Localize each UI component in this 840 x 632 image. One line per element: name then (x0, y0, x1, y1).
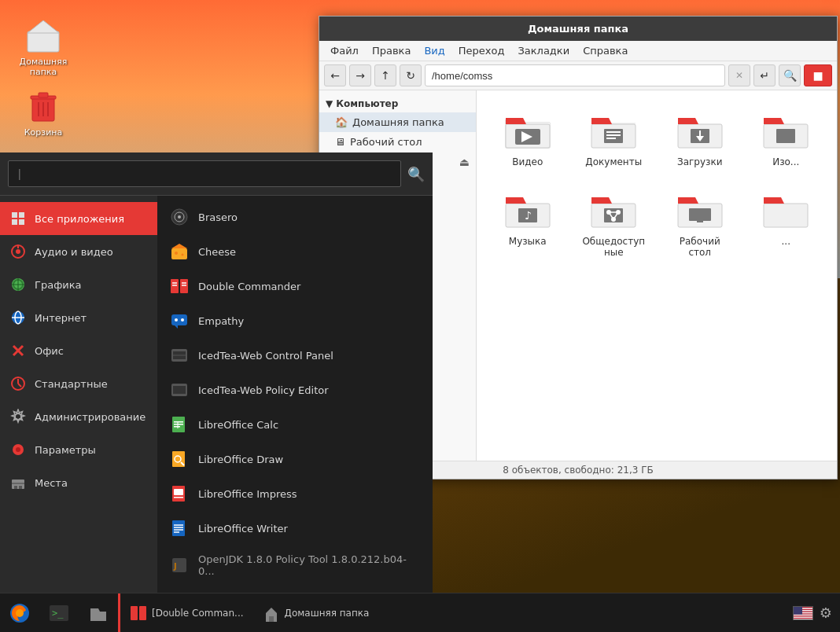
app-label-double-commander: Double Commander (198, 281, 300, 292)
folder-public[interactable]: Общедоступные (575, 182, 654, 264)
menu-help[interactable]: Справка (578, 43, 632, 58)
sidebar-eject-button[interactable]: ⏏ (459, 156, 470, 168)
category-all-apps[interactable]: Все приложения (0, 202, 157, 235)
forward-button[interactable]: → (349, 64, 371, 86)
sidebar-item-home[interactable]: 🏠 Домашняя папка (319, 112, 476, 132)
folder-music[interactable]: ♪ Музыка (488, 182, 567, 264)
svg-point-105 (16, 609, 24, 617)
folder-music-label: Музыка (509, 236, 547, 247)
taskbar-home-label: Домашняя папка (285, 608, 370, 619)
category-admin[interactable]: Администрирование (0, 400, 157, 433)
category-audio-video[interactable]: Аудио и видео (0, 235, 157, 268)
taskbar-firefox[interactable] (0, 593, 39, 632)
sidebar-item-desktop[interactable]: 🖥 Рабочий стол (319, 132, 476, 152)
svg-point-42 (16, 249, 20, 254)
lo-draw-icon (170, 450, 189, 468)
app-label-cheese: Cheese (198, 246, 236, 258)
svg-rect-108 (131, 606, 138, 620)
folder-video[interactable]: Видео (488, 102, 567, 174)
app-item-pix[interactable]: Pix (157, 585, 433, 593)
folder-images[interactable]: Изо... (747, 102, 826, 174)
category-standard-label: Стандартные (35, 378, 108, 390)
svg-point-68 (175, 252, 178, 255)
menu-file[interactable]: Файл (326, 43, 363, 58)
svg-rect-36 (764, 204, 808, 227)
app-item-lo-calc[interactable]: LibreOffice Calc (157, 407, 433, 442)
app-item-lo-draw[interactable]: LibreOffice Draw (157, 442, 433, 476)
category-settings[interactable]: Параметры (0, 433, 157, 466)
category-office[interactable]: Офис (0, 334, 157, 367)
lo-writer-icon (170, 519, 189, 538)
category-internet[interactable]: Интернет (0, 301, 157, 334)
category-audio-video-label: Аудио и видео (35, 246, 113, 258)
menu-navigate[interactable]: Переход (454, 43, 510, 58)
taskbar-terminal[interactable]: >_ (39, 593, 79, 632)
svg-rect-4 (39, 93, 48, 97)
file-manager-menubar: Файл Правка Вид Переход Закладки Справка (319, 41, 837, 61)
graphics-icon (9, 276, 27, 293)
category-graphics[interactable]: Графика (0, 268, 157, 301)
sidebar-header-computer[interactable]: ▼ Компьютер (319, 95, 476, 112)
office-icon (9, 342, 27, 359)
app-item-lo-writer[interactable]: LibreOffice Writer (157, 511, 433, 546)
svg-point-69 (182, 254, 184, 256)
app-label-lo-draw: LibreOffice Draw (198, 454, 283, 465)
folder-documents[interactable]: Документы (575, 102, 654, 174)
taskbar-home-folder[interactable]: Домашняя папка (253, 593, 379, 632)
category-standard[interactable]: Стандартные (0, 367, 157, 400)
terminal-icon: >_ (48, 602, 70, 624)
app-label-openjdk: OpenJDK 1.8.0 Policy Tool 1.8.0.212.b04-… (198, 553, 420, 577)
more-button[interactable]: ■ (804, 64, 832, 86)
taskbar-double-commander[interactable]: [Double Comman... (118, 593, 253, 632)
language-flag[interactable] (793, 606, 813, 620)
svg-rect-117 (794, 619, 813, 619)
file-manager-toolbar: ← → ↑ ↻ ✕ ↵ 🔍 ■ (319, 61, 837, 90)
folder-downloads[interactable]: Загрузки (661, 102, 739, 174)
categories-panel: Все приложения Аудио и видео (0, 196, 157, 593)
svg-rect-40 (19, 219, 24, 225)
sidebar-header-computer-label: Компьютер (336, 98, 398, 109)
desktop-icon-home[interactable]: Домашняяпапка (12, 16, 75, 77)
menu-edit[interactable]: Правка (367, 43, 415, 58)
app-item-icedtea-policy[interactable]: IcedTea-Web Policy Editor (157, 373, 433, 407)
app-item-lo-impress[interactable]: LibreOffice Impress (157, 476, 433, 511)
app-item-openjdk[interactable]: J OpenJDK 1.8.0 Policy Tool 1.8.0.212.b0… (157, 546, 433, 585)
up-button[interactable]: ↑ (374, 64, 396, 86)
taskbar-settings-icon[interactable]: ⚙ (820, 604, 832, 621)
lo-calc-icon (170, 415, 189, 434)
category-graphics-label: Графика (35, 279, 82, 291)
folder-documents-icon (588, 108, 639, 152)
taskbar-files[interactable] (79, 593, 118, 632)
enter-address-button[interactable]: ↵ (753, 64, 776, 86)
category-places[interactable]: Места (0, 466, 157, 499)
svg-rect-61 (14, 486, 17, 489)
app-item-empathy[interactable]: Empathy (157, 303, 433, 338)
app-item-double-commander[interactable]: Double Commander (157, 269, 433, 303)
refresh-button[interactable]: ↻ (400, 64, 422, 86)
svg-rect-87 (174, 424, 183, 425)
folder-desktop[interactable]: Рабочий стол (661, 182, 739, 264)
folder-other-icon (761, 188, 811, 232)
search-input[interactable] (8, 160, 401, 187)
search-button[interactable]: 🔍 (779, 64, 801, 86)
taskbar-home-icon (263, 604, 280, 622)
svg-text:♪: ♪ (525, 209, 532, 222)
empathy-icon (170, 311, 189, 330)
svg-point-58 (16, 447, 20, 452)
app-item-icedtea-control[interactable]: IcedTea-Web Control Panel (157, 338, 433, 373)
places-icon (9, 474, 27, 491)
back-button[interactable]: ← (324, 64, 346, 86)
folder-other[interactable]: ... (747, 182, 826, 264)
app-label-lo-writer: LibreOffice Writer (198, 523, 288, 535)
menu-view[interactable]: Вид (419, 43, 449, 58)
folder-images-label: Изо... (772, 156, 799, 167)
address-bar[interactable] (425, 64, 725, 86)
app-item-brasero[interactable]: Brasero (157, 200, 433, 234)
audio-video-icon (9, 243, 27, 260)
clear-address-button[interactable]: ✕ (728, 64, 750, 86)
svg-rect-76 (171, 314, 187, 325)
menu-bookmarks[interactable]: Закладки (513, 43, 574, 58)
desktop-icon-trash[interactable]: Корзина (12, 86, 75, 138)
category-admin-label: Администрирование (35, 411, 146, 423)
app-item-cheese[interactable]: Cheese (157, 234, 433, 269)
